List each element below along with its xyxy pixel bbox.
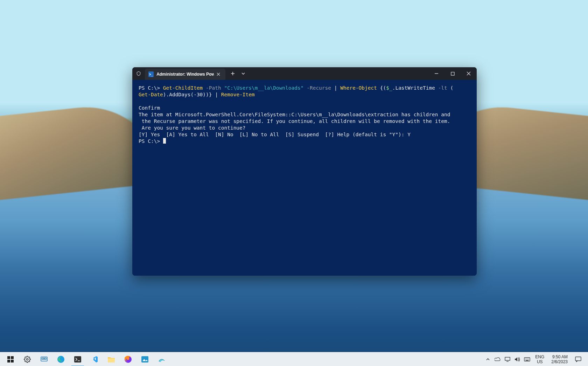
path-string: "C:\Users\m__la\Downloads" (224, 85, 303, 91)
clock[interactable]: 9:50 AM 2/6/2023 (548, 354, 571, 364)
svg-rect-16 (575, 357, 581, 361)
prompt: PS C:\> (139, 85, 163, 91)
flag-path: -Path (206, 85, 221, 91)
confirm-header: Confirm (139, 105, 160, 111)
photos-icon (141, 355, 149, 364)
terminal-icon (74, 355, 82, 364)
maximize-button[interactable] (444, 67, 461, 80)
taskbar-photos[interactable] (136, 352, 153, 366)
terminal-output[interactable]: PS C:\> Get-ChildItem -Path "C:\Users\m_… (132, 80, 477, 276)
minimize-button[interactable] (428, 67, 444, 80)
operator-lt: -lt (438, 85, 447, 91)
edge-icon (57, 355, 65, 364)
generic-app-icon (158, 355, 166, 364)
svg-rect-11 (108, 358, 115, 362)
system-tray[interactable]: ENG US 9:50 AM 2/6/2023 (483, 352, 586, 366)
tray-overflow-chevron[interactable] (483, 352, 492, 366)
svg-rect-10 (74, 356, 81, 362)
cmdlet-remove-item: Remove-Item (221, 92, 255, 97)
titlebar[interactable]: >_ Administrator: Windows Powe (132, 67, 477, 80)
svg-rect-2 (11, 356, 14, 359)
task-view-icon (40, 355, 48, 364)
svg-rect-13 (141, 356, 148, 362)
cmdlet-get-childitem: Get-ChildItem (163, 85, 203, 91)
cmdlet-get-date: Get-Date (139, 92, 163, 97)
close-button[interactable] (461, 67, 477, 80)
tray-display-icon[interactable] (503, 352, 512, 366)
pipe: | (334, 85, 337, 91)
taskbar-settings[interactable] (19, 352, 36, 366)
svg-point-5 (27, 358, 28, 360)
desktop-wallpaper[interactable]: >_ Administrator: Windows Powe (0, 0, 588, 366)
language-code: ENG (535, 354, 544, 359)
taskbar[interactable]: ENG US 9:50 AM 2/6/2023 (0, 352, 588, 366)
firefox-icon (124, 355, 132, 364)
taskbar-app[interactable] (153, 352, 170, 366)
prompt: PS C:\> (139, 138, 163, 144)
tab-powershell[interactable]: >_ Administrator: Windows Powe (145, 69, 225, 80)
tab-dropdown-button[interactable] (238, 67, 248, 80)
start-button[interactable] (2, 352, 19, 366)
confirm-line: The item at Microsoft.PowerShell.Core\Fi… (139, 112, 450, 117)
taskbar-firefox[interactable] (120, 352, 136, 366)
tray-onedrive-icon[interactable] (493, 352, 502, 366)
titlebar-drag-region[interactable] (248, 67, 428, 80)
cmdlet-where-object: Where-Object (340, 85, 377, 91)
svg-rect-7 (42, 358, 44, 359)
action-center-button[interactable] (572, 352, 584, 366)
taskbar-task-view[interactable] (36, 352, 52, 366)
svg-rect-1 (7, 356, 10, 359)
folder-icon (107, 355, 115, 364)
taskbar-terminal[interactable] (69, 352, 86, 366)
svg-rect-8 (44, 358, 46, 359)
flag-recurse: -Recurse (307, 85, 331, 91)
text-cursor (163, 138, 166, 144)
svg-rect-4 (11, 360, 14, 362)
tray-keyboard-icon[interactable] (523, 352, 532, 366)
svg-rect-14 (505, 357, 510, 360)
language-indicator[interactable]: ENG US (532, 354, 547, 364)
admin-shield-icon (132, 67, 145, 80)
tab-close-button[interactable] (217, 72, 223, 76)
language-region: US (535, 359, 544, 364)
new-tab-button[interactable] (227, 67, 238, 80)
windows-terminal-window[interactable]: >_ Administrator: Windows Powe (132, 67, 477, 276)
confirm-line: the Recurse parameter was not specified.… (139, 118, 450, 124)
tab-title: Administrator: Windows Powe (156, 72, 214, 77)
windows-logo-icon (6, 355, 15, 364)
taskbar-file-explorer[interactable] (103, 352, 120, 366)
svg-rect-3 (7, 360, 10, 362)
pipe: | (215, 92, 218, 97)
svg-rect-0 (451, 72, 454, 75)
taskbar-vscode[interactable] (86, 352, 103, 366)
gear-icon (23, 355, 31, 364)
powershell-icon: >_ (148, 71, 154, 77)
confirm-line: Are you sure you want to continue? (139, 125, 246, 131)
clock-time: 9:50 AM (551, 354, 568, 359)
confirm-options: [Y] Yes [A] Yes to All [N] No [L] No to … (139, 132, 411, 137)
taskbar-edge[interactable] (52, 352, 69, 366)
dollar-underscore: $_ (386, 85, 392, 91)
clock-date: 2/6/2023 (551, 359, 568, 364)
vscode-icon (90, 355, 99, 364)
tray-volume-icon[interactable] (513, 352, 522, 366)
